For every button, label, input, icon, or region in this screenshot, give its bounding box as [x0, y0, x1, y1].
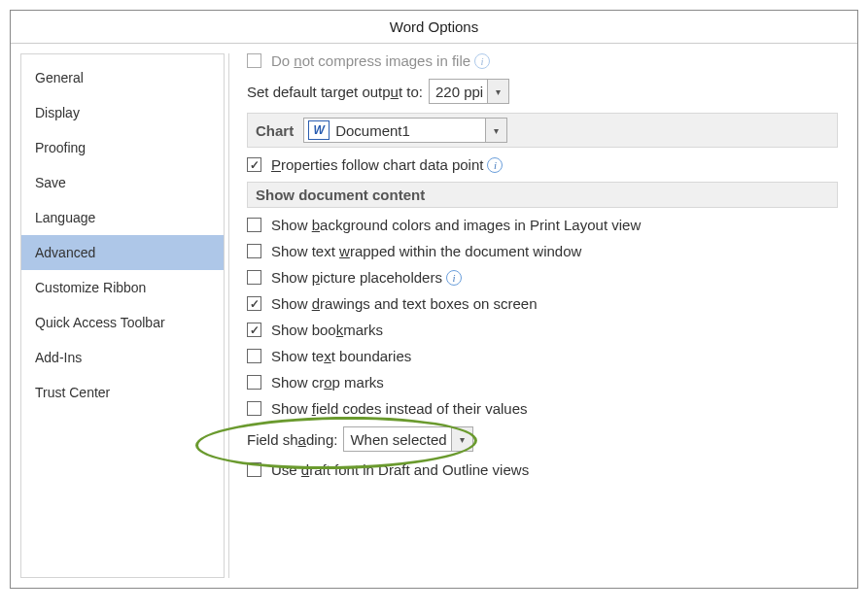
label-drawings: Show drawings and text boxes on screen: [271, 295, 538, 312]
info-icon[interactable]: i: [446, 270, 462, 286]
label-picture-placeholders: Show picture placeholders: [271, 269, 442, 286]
label-chart-properties: Properties follow chart data point: [271, 156, 483, 173]
info-icon[interactable]: i: [474, 53, 490, 69]
combo-value: When selected: [350, 431, 446, 448]
sidebar-item-customize-ribbon[interactable]: Customize Ribbon: [21, 270, 224, 305]
checkbox-draft-font[interactable]: [247, 462, 261, 477]
sidebar-item-add-ins[interactable]: Add-Ins: [21, 340, 224, 375]
section-chart: Chart W Document1 ▾: [247, 113, 838, 148]
sidebar-item-quick-access-toolbar[interactable]: Quick Access Toolbar: [21, 305, 224, 340]
chevron-down-icon: ▾: [451, 427, 472, 451]
word-document-icon: W: [308, 120, 330, 140]
sidebar-item-advanced[interactable]: Advanced: [21, 235, 224, 270]
checkbox-compress[interactable]: [247, 53, 261, 68]
checkbox-text-boundaries[interactable]: [247, 349, 261, 363]
checkbox-bookmarks[interactable]: [247, 323, 261, 337]
checkbox-wrap[interactable]: [247, 244, 261, 258]
section-title: Chart: [256, 122, 294, 139]
combo-value: Document1: [335, 122, 410, 139]
sidebar-item-language[interactable]: Language: [21, 200, 224, 235]
sidebar-item-general[interactable]: General: [21, 60, 224, 95]
checkbox-background[interactable]: [247, 218, 261, 232]
word-options-dialog: Word Options General Display Proofing Sa…: [10, 10, 858, 589]
label-target-output: Set default target output to:: [247, 84, 423, 100]
sidebar-item-display[interactable]: Display: [21, 95, 224, 130]
label-background: Show background colors and images in Pri…: [271, 217, 641, 233]
sidebar-item-trust-center[interactable]: Trust Center: [21, 375, 224, 410]
label-bookmarks: Show bookmarks: [271, 322, 383, 338]
label-field-codes: Show field codes instead of their values: [271, 400, 528, 417]
dialog-title: Word Options: [11, 11, 857, 44]
chevron-down-icon: ▾: [487, 80, 508, 103]
combo-field-shading[interactable]: When selected ▾: [343, 426, 472, 452]
checkbox-picture-placeholders[interactable]: [247, 270, 261, 285]
sidebar-item-proofing[interactable]: Proofing: [21, 130, 224, 165]
combo-chart-document[interactable]: W Document1 ▾: [303, 118, 507, 143]
checkbox-crop-marks[interactable]: [247, 375, 261, 390]
category-sidebar: General Display Proofing Save Language A…: [20, 53, 225, 578]
label-field-shading: Field shading:: [247, 431, 337, 448]
checkbox-field-codes[interactable]: [247, 401, 261, 416]
checkbox-chart-properties[interactable]: [247, 157, 261, 172]
checkbox-drawings[interactable]: [247, 296, 261, 311]
combo-target-output[interactable]: 220 ppi ▾: [429, 79, 509, 104]
options-content: Do not compress images in file i Set def…: [228, 53, 848, 578]
label-crop-marks: Show crop marks: [271, 374, 384, 391]
label-compress: Do not compress images in file: [271, 53, 470, 69]
section-show-document-content: Show document content: [247, 182, 838, 208]
section-title: Show document content: [256, 187, 425, 203]
label-wrap: Show text wrapped within the document wi…: [271, 243, 581, 259]
combo-value: 220 ppi: [435, 84, 483, 100]
sidebar-item-save[interactable]: Save: [21, 165, 224, 200]
info-icon[interactable]: i: [487, 157, 503, 173]
chevron-down-icon: ▾: [485, 119, 506, 142]
label-draft-font: Use draft font in Draft and Outline view…: [271, 461, 529, 478]
label-text-boundaries: Show text boundaries: [271, 348, 411, 364]
